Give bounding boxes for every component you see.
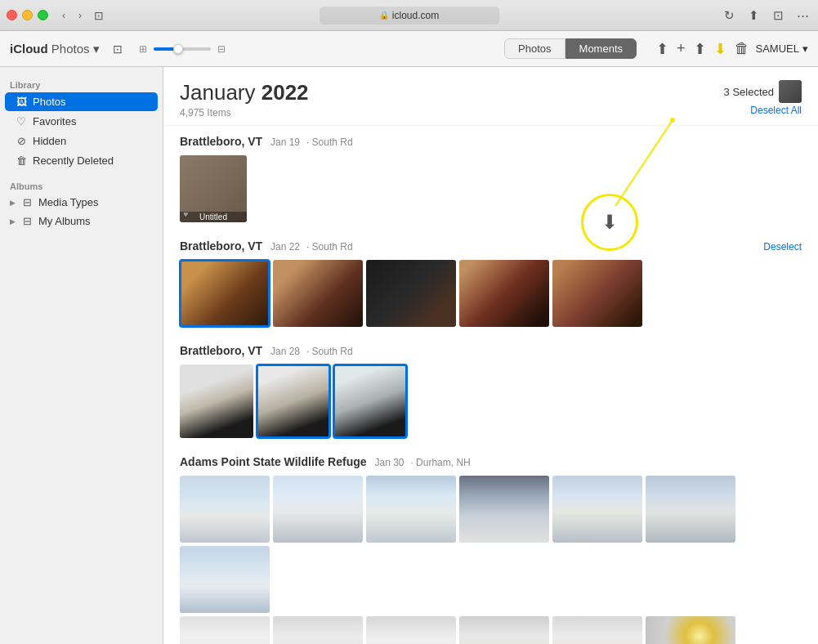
download-button[interactable]: ⬇ bbox=[714, 40, 726, 58]
delete-button[interactable]: 🗑 bbox=[735, 40, 749, 57]
location-jan22: Brattleboro, VT Jan 22 · South Rd bbox=[180, 239, 353, 253]
photo-item[interactable] bbox=[180, 476, 270, 543]
sidebar-toggle-button[interactable]: ⊡ bbox=[113, 42, 123, 56]
maximize-button[interactable] bbox=[38, 10, 48, 20]
main-layout: Library 🖼 Photos ♡ Favorites ⊘ Hidden 🗑 … bbox=[0, 67, 818, 644]
section-brattleboro-jan22: Brattleboro, VT Jan 22 · South Rd Desele… bbox=[163, 230, 818, 335]
download-highlight-circle: ⬇ bbox=[581, 194, 638, 251]
sidebar-item-hidden[interactable]: ⊘ Hidden bbox=[5, 132, 158, 150]
more-button[interactable]: ⋯ bbox=[793, 7, 811, 25]
photo-item[interactable]: ♥ Untitled bbox=[180, 155, 247, 222]
username: SAMUEL bbox=[756, 42, 799, 55]
titlebar: ‹ › ⊡ 🔒 icloud.com ↻ ⬆ ⊡ ⋯ bbox=[0, 0, 818, 31]
sidebar-item-photos[interactable]: 🖼 Photos bbox=[5, 92, 158, 111]
photo-caption: Untitled bbox=[180, 212, 247, 222]
section-brattleboro-jan19: Brattleboro, VT Jan 19 · South Rd ♥ Unti… bbox=[163, 126, 818, 230]
forward-button[interactable]: › bbox=[73, 8, 87, 23]
selection-info: 3 Selected Deselect All bbox=[724, 80, 802, 116]
page-title: January 2022 bbox=[180, 80, 309, 105]
minimize-button[interactable] bbox=[22, 10, 33, 20]
address-bar[interactable]: 🔒 icloud.com bbox=[320, 7, 499, 25]
photos-tab[interactable]: Photos bbox=[504, 38, 565, 59]
month-text: January bbox=[180, 80, 256, 105]
photo-item[interactable] bbox=[552, 476, 642, 543]
year-text: 2022 bbox=[261, 80, 309, 105]
photo-item[interactable] bbox=[273, 260, 363, 327]
selected-count: 3 Selected bbox=[724, 80, 802, 103]
photo-item[interactable] bbox=[180, 616, 270, 644]
slider-thumb[interactable] bbox=[173, 44, 183, 54]
photo-grid-jan22 bbox=[180, 260, 802, 327]
section-header-jan30: Adams Point State Wildlife Refuge Jan 30… bbox=[180, 454, 802, 469]
add-button[interactable]: + bbox=[677, 40, 686, 57]
sidebar-albums-label: My Albums bbox=[38, 215, 91, 227]
photo-item[interactable] bbox=[366, 260, 456, 327]
user-menu[interactable]: SAMUEL ▾ bbox=[756, 42, 808, 55]
photo-item[interactable] bbox=[180, 546, 270, 613]
photo-grid-jan30-row1 bbox=[180, 476, 802, 613]
photo-item[interactable] bbox=[459, 260, 549, 327]
deselect-link-jan22[interactable]: Deselect bbox=[763, 241, 802, 253]
expand-arrow-media: ▶ bbox=[10, 199, 16, 207]
upload-button[interactable]: ⬆ bbox=[656, 40, 668, 58]
photo-grid-jan30-row2 bbox=[180, 616, 802, 644]
library-section-label: Library bbox=[0, 75, 163, 92]
photo-item[interactable] bbox=[646, 476, 735, 543]
brand-logo: iCloud Photos ▾ bbox=[10, 42, 100, 56]
sidebar-hidden-label: Hidden bbox=[33, 135, 66, 147]
location-jan30: Adams Point State Wildlife Refuge Jan 30… bbox=[180, 455, 471, 468]
share-button[interactable]: ⬆ bbox=[744, 7, 762, 25]
sidebar-media-label: Media Types bbox=[38, 196, 98, 208]
section-title-jan30: Adams Point State Wildlife Refuge Jan 30… bbox=[180, 454, 471, 469]
selected-count-text: 3 Selected bbox=[724, 86, 774, 98]
photo-item[interactable] bbox=[180, 364, 253, 438]
fullscreen-button[interactable]: ⊡ bbox=[769, 7, 787, 25]
photo-item[interactable] bbox=[257, 364, 330, 438]
toolbar-actions: ⬆ + ⬆ ⬇ 🗑 bbox=[656, 40, 749, 58]
deselect-all-button[interactable]: Deselect All bbox=[750, 105, 802, 116]
view-controls: ⊞ ⊟ bbox=[139, 43, 226, 55]
photo-item[interactable] bbox=[273, 476, 363, 543]
sidebar: Library 🖼 Photos ♡ Favorites ⊘ Hidden 🗑 … bbox=[0, 67, 163, 644]
selected-thumbnail bbox=[779, 80, 802, 103]
photo-item[interactable] bbox=[459, 616, 549, 644]
app-name: Photos bbox=[51, 42, 90, 56]
photo-item[interactable] bbox=[180, 260, 270, 327]
photo-item[interactable] bbox=[333, 364, 407, 438]
photo-grid-jan28 bbox=[180, 364, 802, 438]
title-block: January 2022 4,975 Items bbox=[180, 80, 309, 119]
photo-item[interactable] bbox=[366, 616, 456, 644]
sidebar-media-types[interactable]: ▶ ⊟ Media Types bbox=[0, 193, 163, 212]
sidebar-item-favorites[interactable]: ♡ Favorites bbox=[5, 112, 158, 131]
sidebar-my-albums[interactable]: ▶ ⊟ My Albums bbox=[0, 212, 163, 230]
moments-tab[interactable]: Moments bbox=[565, 38, 637, 59]
photo-grid-jan19: ♥ Untitled bbox=[180, 155, 802, 222]
refresh-button[interactable]: ↻ bbox=[720, 7, 738, 25]
brand-name: iCloud bbox=[10, 42, 48, 56]
section-header-jan28: Brattleboro, VT Jan 28 · South Rd bbox=[180, 343, 802, 358]
expand-arrow-albums: ▶ bbox=[10, 217, 16, 226]
nav-arrows: ‹ › bbox=[56, 8, 87, 23]
albums-section-label: Albums bbox=[0, 177, 163, 193]
photo-item[interactable] bbox=[552, 616, 642, 644]
grid-small-icon: ⊞ bbox=[139, 43, 147, 55]
location-jan28: Brattleboro, VT Jan 28 · South Rd bbox=[180, 344, 353, 357]
back-button[interactable]: ‹ bbox=[56, 8, 71, 23]
sidebar-toggle-icon[interactable]: ⊡ bbox=[94, 9, 104, 22]
content-area: ⬇ January 2022 4,975 Items 3 Selected De… bbox=[163, 67, 818, 644]
sidebar-deleted-label: Recently Deleted bbox=[33, 154, 114, 167]
app-arrow[interactable]: ▾ bbox=[93, 42, 100, 56]
photo-item[interactable] bbox=[273, 616, 363, 644]
photo-item[interactable] bbox=[646, 616, 735, 644]
sidebar-item-recently-deleted[interactable]: 🗑 Recently Deleted bbox=[5, 151, 158, 170]
photo-item[interactable] bbox=[366, 476, 456, 543]
zoom-slider[interactable] bbox=[154, 47, 211, 51]
photos-icon: 🖼 bbox=[15, 96, 28, 108]
window-controls bbox=[7, 10, 48, 20]
heart-icon: ♡ bbox=[15, 115, 28, 127]
photo-item[interactable] bbox=[552, 260, 642, 327]
share-export-button[interactable]: ⬆ bbox=[694, 40, 706, 58]
close-button[interactable] bbox=[7, 10, 17, 20]
sidebar-favorites-label: Favorites bbox=[33, 115, 76, 127]
photo-item[interactable] bbox=[459, 476, 549, 543]
